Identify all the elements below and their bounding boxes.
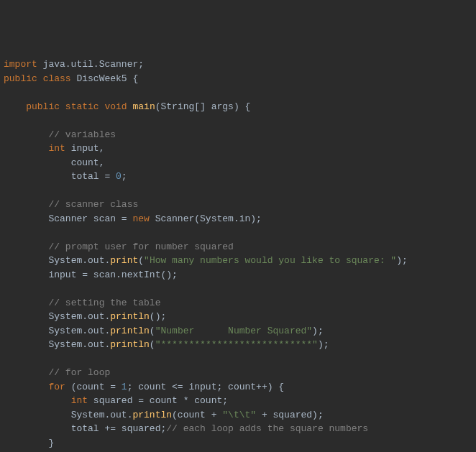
comment: // variables [48, 129, 116, 140]
string-literal: "How many numbers would you like to squa… [144, 255, 396, 266]
line-25: int squared = count * count; [4, 395, 228, 406]
comment: // prompt user for number squared [48, 241, 233, 252]
line-28: } [4, 438, 54, 448]
comment: // each loop adds the square numbers [166, 423, 368, 434]
string-literal: "Number Number Squared" [155, 326, 312, 336]
line-27: total += squared;// each loop adds the s… [4, 423, 368, 434]
comment: // scanner class [48, 199, 138, 210]
line-12: Scanner scan = new Scanner(System.in); [4, 213, 262, 224]
line-19: System.out.println(); [4, 311, 166, 322]
line-24: for (count = 1; count <= input; count++)… [4, 382, 284, 392]
string-literal: "\t\t" [222, 410, 256, 420]
code-editor[interactable]: import java.util.Scanner; public class D… [4, 57, 472, 452]
line-26: System.out.println(count + "\t\t" + squa… [4, 410, 324, 420]
line-11: // scanner class [4, 199, 138, 210]
line-9: total = 0; [4, 171, 127, 182]
comment: // setting the table [48, 298, 160, 308]
string-literal: "***************************" [155, 339, 318, 350]
comment: // for loop [48, 367, 110, 378]
line-8: count, [4, 157, 104, 168]
line-2: public class DiscWeek5 { [4, 73, 138, 84]
line-18: // setting the table [4, 298, 160, 308]
line-21: System.out.println("********************… [4, 339, 329, 350]
line-23: // for loop [4, 367, 110, 378]
line-20: System.out.println("Number Number Square… [4, 326, 324, 336]
keyword-import: import [4, 59, 37, 70]
line-16: input = scan.nextInt(); [4, 269, 178, 280]
line-4: public static void main(String[] args) { [4, 101, 250, 112]
line-6: // variables [4, 129, 116, 140]
line-15: System.out.print("How many numbers would… [4, 255, 408, 266]
line-1: import java.util.Scanner; [4, 59, 144, 70]
line-7: int input, [4, 143, 104, 154]
line-14: // prompt user for number squared [4, 241, 234, 252]
